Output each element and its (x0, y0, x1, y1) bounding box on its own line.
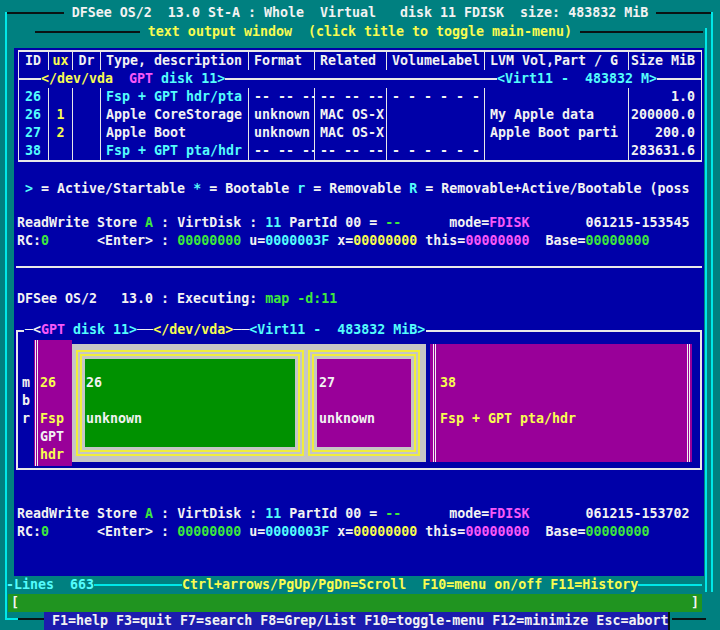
text-segment: PartId 00 = (281, 215, 385, 230)
col-header-id: ID (19, 52, 49, 70)
text-segment: -- (385, 506, 401, 521)
cell-id: 26 (19, 88, 49, 106)
cell-format: -- -- -- (249, 142, 315, 160)
scroll-help: Ctrl+arrows/PgUp/PgDn=Scroll F10=menu on… (182, 576, 638, 594)
text-segment: ── (137, 322, 153, 337)
output-divider (16, 266, 702, 268)
map-block-27-frame (312, 354, 416, 452)
text-segment: ReadWrite Store (17, 215, 145, 230)
text-segment: 00000000 (465, 233, 529, 248)
cell-related: -- -- -- (315, 142, 387, 160)
text-segment: <Enter> : (49, 524, 177, 539)
table-row[interactable]: 38 Fsp + GPT pta/hdr -- -- -- -- -- -- -… (19, 142, 701, 160)
prompt-close-bracket: ] (691, 594, 699, 612)
text-segment: 0 (41, 524, 49, 539)
map-block-38[interactable] (430, 344, 692, 462)
text-segment: = Removable (305, 181, 409, 196)
text-segment: </dev/vda> (153, 322, 233, 337)
text-segment: > (25, 181, 33, 196)
text-segment: this= (417, 524, 465, 539)
divider-line (225, 78, 497, 80)
cell-size: 283631.6 (629, 142, 701, 160)
text-segment: 00000000 (353, 233, 417, 248)
map-block-27-id: 27 (319, 374, 335, 392)
partition-table: ID ux Dr Type, description Format Relate… (18, 50, 702, 162)
cell-lvm: My Apple data (485, 106, 629, 124)
text-output-window-title[interactable]: text output window (click title to toggl… (140, 24, 580, 39)
table-row[interactable]: 26 Fsp + GPT hdr/pta -- -- -- -- -- -- -… (19, 88, 701, 106)
command-input[interactable]: [ ] (8, 594, 702, 612)
col-header-related: Related (315, 52, 387, 70)
map-sidecol-id: 26 (40, 374, 56, 392)
window-title[interactable]: DFSee OS/2 13.0 St-A : Whole Virtual dis… (64, 5, 656, 20)
text-segment: RC: (17, 524, 41, 539)
lines-count: -Lines 663 (6, 576, 94, 594)
col-header-format: Format (249, 52, 315, 70)
cell-size: 200000.0 (629, 106, 701, 124)
cell-id: 38 (19, 142, 49, 160)
text-segment: PartId 00 = (281, 506, 385, 521)
cell-volumelabel: - - - - - - (387, 88, 485, 106)
cell-dr (73, 106, 101, 124)
text-segment: : VirtDisk : (153, 215, 265, 230)
text-segment: 00000000 (585, 524, 649, 539)
divider-line (638, 584, 702, 586)
map-block-38-id: 38 (440, 374, 456, 392)
map-edge-line (37, 340, 38, 466)
text-segment: ── (233, 322, 249, 337)
table-row[interactable]: 26 1 Apple CoreStorage unknown MAC OS-X … (19, 106, 701, 124)
cell-size: 1.0 (629, 88, 701, 106)
cell-ux: 2 (49, 124, 73, 142)
text-segment: FDISK (489, 506, 529, 521)
cell-lvm: Apple Boot parti (485, 124, 629, 142)
function-key-bar[interactable]: F1=help F3=quit F7=search F8=Grep/List F… (44, 612, 668, 630)
cell-type: Fsp + GPT pta/hdr (101, 142, 249, 160)
map-block-26-fill (85, 359, 295, 447)
text-segment: 0 (41, 233, 49, 248)
map-edge-line (689, 344, 690, 462)
window-subtitle-row: text output window (click title to toggl… (0, 23, 720, 41)
prompt-open-bracket: [ (11, 594, 19, 612)
text-segment: this= (417, 233, 465, 248)
map-block-26-label: unknown (86, 410, 142, 428)
text-segment: 11 (265, 215, 281, 230)
map-block-27[interactable] (308, 350, 420, 456)
col-header-size: Size MiB (629, 52, 701, 70)
map-block-27-label: unknown (319, 410, 375, 428)
bottom-right-line (672, 618, 706, 620)
cell-type: Apple CoreStorage (101, 106, 249, 124)
map-block-38-label: Fsp + GPT pta/hdr (440, 410, 576, 428)
table-header-row: ID ux Dr Type, description Format Relate… (19, 52, 701, 70)
fbar-right-terminator (668, 612, 670, 630)
text-segment: map -d:11 (265, 291, 337, 306)
divider-line (94, 584, 182, 586)
map-block-26[interactable] (76, 350, 304, 456)
dfsee-window: DFSee OS/2 13.0 St-A : Whole Virtual dis… (0, 0, 720, 630)
text-segment: x= (329, 233, 353, 248)
map-sidecol-line3: hdr (40, 446, 64, 464)
text-segment: GPT (41, 322, 65, 337)
text-segment: 0000003F (265, 524, 329, 539)
cell-lvm (485, 142, 629, 160)
text-segment: u= (241, 233, 265, 248)
divider-line (19, 78, 41, 80)
col-header-lvm: LVM Vol,Part / G (485, 52, 629, 70)
map-block-26-id: 26 (86, 374, 102, 392)
executing-line: DFSee OS/2 13.0 : Executing: map -d:11 (17, 290, 337, 308)
text-segment: : VirtDisk : (153, 506, 265, 521)
cell-related: MAC OS-X (315, 124, 387, 142)
map-sidecol-line2: GPT (40, 428, 64, 446)
text-segment: 00000000 (465, 524, 529, 539)
map-edge-line (687, 344, 688, 462)
text-segment: -- (385, 215, 401, 230)
map-block-27-fill (317, 359, 411, 447)
table-row[interactable]: 27 2 Apple Boot unknown MAC OS-X Apple B… (19, 124, 701, 142)
text-segment: mode= (401, 506, 489, 521)
text-segment: DFSee OS/2 13.0 : Executing: (17, 291, 265, 306)
text-segment: 00000000 (177, 233, 241, 248)
cell-id: 26 (19, 106, 49, 124)
cell-related: -- -- -- (315, 88, 387, 106)
map-title: ─<GPT disk 11>──</dev/vda>──<Virt11 - 48… (24, 321, 426, 339)
col-header-ux: ux (49, 52, 73, 70)
map-edge-line (435, 344, 436, 462)
